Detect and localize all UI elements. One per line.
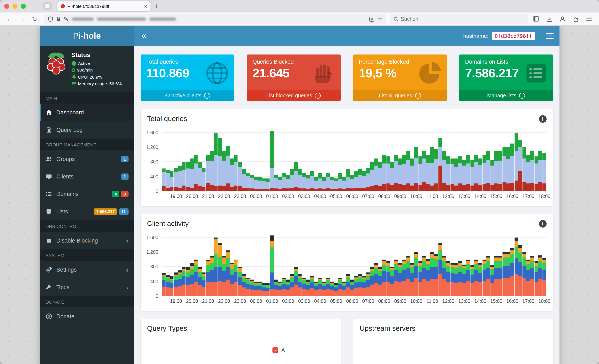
chart-bar[interactable] xyxy=(242,169,246,191)
chart-bar[interactable] xyxy=(254,177,258,191)
chart-bar[interactable] xyxy=(242,274,246,296)
chart-bar[interactable] xyxy=(218,243,222,296)
chart-bar[interactable] xyxy=(454,158,458,191)
chart-bar[interactable] xyxy=(511,249,514,296)
chart-bar[interactable] xyxy=(194,260,198,296)
chart-bar[interactable] xyxy=(318,278,322,296)
chart-bar[interactable] xyxy=(342,177,346,191)
info-icon[interactable]: i xyxy=(539,115,546,123)
chart-bar[interactable] xyxy=(498,151,502,191)
chart-bar[interactable] xyxy=(362,171,366,191)
chart-bar[interactable] xyxy=(310,276,314,296)
chart-bar[interactable] xyxy=(486,256,490,296)
chart-bar[interactable] xyxy=(490,160,494,191)
window-minimize-button[interactable] xyxy=(12,4,18,9)
chart-bar[interactable] xyxy=(506,252,510,296)
extensions-icon[interactable] xyxy=(570,16,581,22)
chart-bar[interactable] xyxy=(254,282,258,296)
chart-bar[interactable] xyxy=(370,162,374,191)
chart-bar[interactable] xyxy=(278,177,282,191)
chart-bar[interactable] xyxy=(402,155,406,191)
chart-bar[interactable] xyxy=(390,162,394,191)
chart-bar[interactable] xyxy=(166,275,169,296)
chart-bar[interactable] xyxy=(458,156,462,191)
chart-bar[interactable] xyxy=(442,151,446,191)
chart-bar[interactable] xyxy=(378,267,382,296)
chart-bar[interactable] xyxy=(210,151,214,191)
chart-bar[interactable] xyxy=(426,155,430,191)
chart-bar[interactable] xyxy=(410,158,414,191)
chart-bar[interactable] xyxy=(166,170,169,191)
chart-bar[interactable] xyxy=(162,169,166,191)
card-link-blocked-queries[interactable]: List blocked queries → xyxy=(247,90,341,101)
chart-bar[interactable] xyxy=(266,178,270,191)
chart-bar[interactable] xyxy=(430,147,434,191)
search-bar[interactable] xyxy=(390,14,528,24)
chart-bar[interactable] xyxy=(302,278,306,296)
legend-item-a[interactable]: ✓ A xyxy=(273,347,285,353)
chart-bar[interactable] xyxy=(202,272,206,296)
chart-bar[interactable] xyxy=(382,260,386,296)
chart-bar[interactable] xyxy=(206,155,210,191)
chart-bar[interactable] xyxy=(170,172,174,191)
chart-bar[interactable] xyxy=(270,131,274,191)
chart-bar[interactable] xyxy=(238,267,242,296)
chart-bar[interactable] xyxy=(198,162,202,191)
chart-bar[interactable] xyxy=(482,155,486,191)
chart-bar[interactable] xyxy=(298,274,302,296)
chart-bar[interactable] xyxy=(530,256,534,296)
chart-bar[interactable] xyxy=(310,171,314,191)
window-zoom-button[interactable] xyxy=(21,4,26,9)
sidebar-item-groups[interactable]: Groups 1 xyxy=(40,150,134,168)
chart-bar[interactable] xyxy=(362,276,366,296)
chart-bar[interactable] xyxy=(186,267,190,296)
chart-bar[interactable] xyxy=(302,173,306,191)
chart-bar[interactable] xyxy=(322,282,326,296)
chart-bar[interactable] xyxy=(178,166,182,192)
chart-bar[interactable] xyxy=(450,263,454,296)
browser-tab[interactable]: Pi-hole 0fd38cd798ff × xyxy=(57,1,150,11)
chart-bar[interactable] xyxy=(230,263,234,296)
chart-bar[interactable] xyxy=(342,282,346,296)
sidebar-item-query-log[interactable]: Query Log xyxy=(40,121,134,139)
chart-bar[interactable] xyxy=(386,261,390,296)
chart-bar[interactable] xyxy=(238,162,242,191)
chart-bar[interactable] xyxy=(446,156,450,191)
chart-bar[interactable] xyxy=(234,260,238,296)
sidebar-item-donate[interactable]: $ Donate xyxy=(40,307,134,325)
chart-bar[interactable] xyxy=(218,138,222,191)
reload-button[interactable]: ↻ xyxy=(29,15,40,23)
chart-bar[interactable] xyxy=(382,155,386,191)
chart-bar[interactable] xyxy=(306,280,310,296)
chart-bar[interactable] xyxy=(222,151,226,191)
chart-bar[interactable] xyxy=(454,263,458,296)
chart-bar[interactable] xyxy=(286,175,290,191)
bookmark-star-icon[interactable]: ☆ xyxy=(378,16,382,22)
card-link-active-clients[interactable]: 32 active clients → xyxy=(141,90,234,101)
pihole-menu-icon[interactable] xyxy=(540,26,559,46)
chart-bar[interactable] xyxy=(278,282,282,296)
chart-bar[interactable] xyxy=(502,147,506,191)
chart-bar[interactable] xyxy=(434,149,438,191)
search-input[interactable] xyxy=(401,16,525,22)
chart-bar[interactable] xyxy=(294,267,298,296)
translate-icon[interactable]: A xyxy=(370,17,375,21)
sidebar-item-tools[interactable]: Tools ‹ xyxy=(40,278,134,296)
chart-bar[interactable] xyxy=(354,171,358,191)
chart-bar[interactable] xyxy=(358,169,362,191)
chart-bar[interactable] xyxy=(354,276,358,296)
chart-bar[interactable] xyxy=(202,168,206,191)
chart-bar[interactable] xyxy=(258,282,262,296)
chart-bar[interactable] xyxy=(406,151,410,191)
chart-bar[interactable] xyxy=(486,151,490,191)
chart-bar[interactable] xyxy=(334,178,338,191)
chart-bar[interactable] xyxy=(274,280,278,296)
chart-bar[interactable] xyxy=(222,256,226,296)
chart-bar[interactable] xyxy=(394,260,398,296)
chart-bar[interactable] xyxy=(506,147,510,191)
chart-bar[interactable] xyxy=(174,272,178,296)
pihole-logo[interactable]: Pi-hole xyxy=(40,26,134,46)
chart-bar[interactable] xyxy=(374,158,378,191)
chart-bar[interactable] xyxy=(374,263,378,296)
chart-bar[interactable] xyxy=(394,155,398,191)
